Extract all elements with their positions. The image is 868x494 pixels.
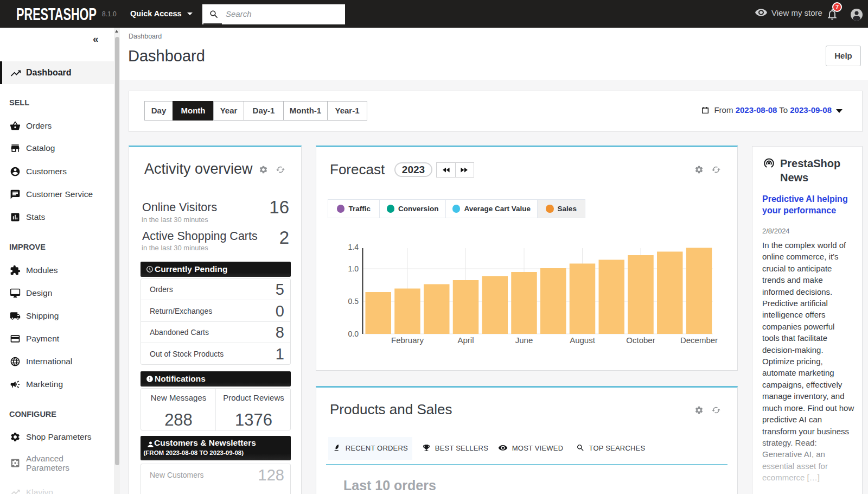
svg-text:February: February — [391, 335, 424, 345]
svg-text:August: August — [570, 335, 596, 345]
svg-text:0.5: 0.5 — [348, 297, 359, 306]
svg-text:1.0: 1.0 — [348, 264, 359, 273]
svg-text:1.4: 1.4 — [348, 243, 359, 251]
svg-text:October: October — [626, 335, 655, 345]
svg-text:December: December — [680, 335, 718, 345]
svg-text:0.0: 0.0 — [348, 330, 359, 338]
svg-text:June: June — [515, 335, 533, 345]
svg-text:April: April — [457, 335, 474, 345]
